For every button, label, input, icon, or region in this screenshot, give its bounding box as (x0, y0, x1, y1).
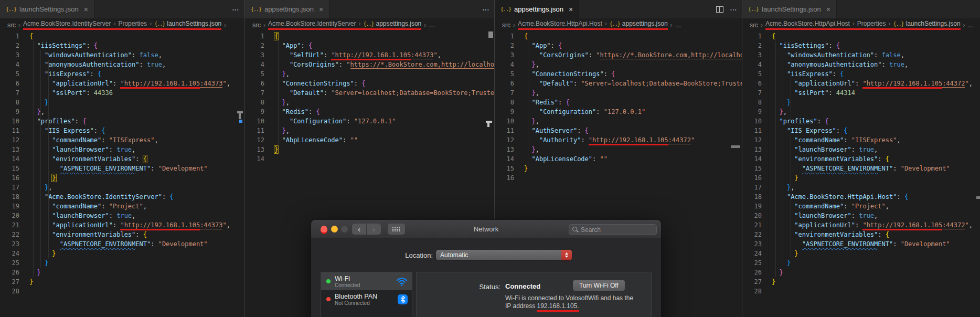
json-braces-icon: {..} (748, 6, 759, 12)
breadcrumb-item[interactable]: src (750, 22, 758, 29)
chevron-right-icon: › (18, 22, 20, 29)
tab-identityserver-launchsettings[interactable]: {..}launchSettings.json× (0, 0, 94, 18)
line-number: 17 (742, 183, 762, 192)
breadcrumb-underlined: Acme.BookStore.HttpApi.Host›{..}appsetti… (518, 20, 668, 30)
line-number: 26 (742, 268, 762, 277)
breadcrumb-file[interactable]: appsettings.json (622, 20, 668, 27)
service-item-wifi[interactable]: Wi-Fi Connected (321, 272, 412, 290)
indent-guide (775, 41, 776, 277)
close-icon[interactable]: × (569, 5, 573, 14)
code-line: 14 "environmentVariables": { (742, 154, 980, 164)
location-value: Automatic (436, 251, 561, 259)
line-number: 25 (742, 258, 762, 268)
code-line: 4 "anonymousAuthentication": true, (0, 60, 244, 69)
more-actions-icon[interactable]: ⋯ (482, 6, 489, 13)
line-number: 9 (742, 107, 762, 117)
breadcrumb-item[interactable]: Acme.BookStore.IdentityServer (268, 20, 356, 27)
line-number: 6 (742, 79, 762, 88)
indent-guide (33, 41, 34, 277)
line-number: 14 (742, 154, 762, 164)
breadcrumb-underlined: Acme.BookStore.IdentityServer›{..}appset… (268, 20, 421, 30)
code-line: 2 "App": { (495, 41, 742, 50)
tab-httpapihost-appsettings[interactable]: {..}appsettings.json× (495, 0, 579, 18)
connection-status-panel: Status: Connected Turn Wi-Fi Off Wi-Fi i… (416, 272, 652, 317)
editor-actions: ⋯ (232, 0, 239, 18)
breadcrumb-item[interactable]: Acme.BookStore.HttpApi.Host (518, 20, 602, 27)
code-line: 9 }, (742, 107, 980, 117)
code-line: 12 "Authority": "http://192.168.1.105:44… (495, 135, 742, 145)
code-line: 7 "Default": "Server=localhost;Database=… (245, 88, 495, 98)
more-actions-icon[interactable]: ⋯ (232, 6, 239, 13)
code-line: 8 } (0, 98, 244, 107)
tab-label: appsettings.json (264, 5, 314, 13)
wifi-icon (396, 277, 408, 286)
overview-ruler-mark (976, 196, 980, 199)
service-item-bluetooth-pan[interactable]: Bluetooth PAN Not Connected (321, 290, 412, 308)
ip-address: 192.168.1.105. (537, 302, 579, 312)
json-braces-icon: {..} (363, 21, 374, 27)
line-number: 19 (742, 202, 762, 211)
tab-bar: {..}launchSettings.json× (742, 0, 980, 18)
indent-guide (278, 41, 279, 145)
breadcrumb-item[interactable]: Acme.BookStore.IdentityServer (23, 20, 111, 27)
close-icon[interactable]: × (84, 5, 88, 14)
code-line: 7 }, (495, 88, 742, 98)
status-dot-red (326, 297, 331, 301)
line-number: 8 (742, 98, 762, 107)
breadcrumb-file[interactable]: launchSettings.json (167, 20, 221, 27)
split-editor-icon[interactable] (716, 6, 723, 13)
code-line: 7 "sslPort": 44314 (742, 88, 980, 98)
screen: {..}launchSettings.json×⋯src›Acme.BookSt… (0, 0, 980, 317)
breadcrumb-more[interactable]: … (968, 22, 974, 29)
code-editor[interactable]: 1{2 "App": {3 "SelfUrl": "http://192.168… (245, 31, 495, 164)
breadcrumb-item[interactable]: src (502, 22, 510, 29)
line-number: 10 (495, 117, 514, 126)
line-number: 7 (495, 88, 514, 98)
breadcrumb-file[interactable]: launchSettings.json (906, 20, 961, 27)
code-line: 16 (495, 173, 742, 183)
tab-httpapihost-launchsettings[interactable]: {..}launchSettings.json× (742, 0, 837, 18)
search-input[interactable]: Search (569, 224, 657, 235)
status-label: Status: (417, 283, 500, 291)
line-number: 12 (245, 135, 264, 145)
code-editor[interactable]: 1{2 "iisSettings": {3 "windowsAuthentica… (0, 31, 244, 296)
line-number: 4 (245, 60, 264, 69)
code-line: 2 "iisSettings": { (742, 41, 980, 50)
tab-bar: {..}appsettings.json×⋯ (245, 0, 495, 18)
breadcrumb-more[interactable]: … (429, 22, 435, 29)
code-line: 3 "windowsAuthentication": false, (0, 50, 244, 60)
code-line: 18 "Acme.BookStore.IdentityServer": { (0, 192, 244, 202)
code-line: 10 "Configuration": "127.0.0.1" (245, 117, 495, 126)
code-line: 16 } (0, 173, 244, 183)
overview-ruler-mark (488, 31, 493, 38)
close-icon[interactable]: × (319, 5, 323, 14)
line-number: 8 (245, 98, 264, 107)
line-number: 3 (495, 50, 514, 60)
line-number: 10 (0, 117, 19, 126)
code-line: 4 "anonymousAuthentication": true, (742, 60, 980, 69)
breadcrumb-file[interactable]: appsettings.json (376, 20, 422, 27)
breadcrumb-item[interactable]: Properties (857, 20, 886, 27)
line-number: 4 (0, 60, 19, 69)
more-actions-icon[interactable]: ⋯ (730, 6, 737, 13)
breadcrumb-item[interactable]: Properties (118, 20, 147, 27)
breadcrumb-item[interactable]: Acme.BookStore.HttpApi.Host (765, 20, 850, 27)
breadcrumb-item[interactable]: src (7, 22, 16, 29)
line-number: 16 (0, 173, 19, 183)
tab-bar: {..}launchSettings.json×⋯ (0, 0, 244, 18)
code-line: 5 "iisExpress": { (742, 69, 980, 79)
chevron-right-icon: › (513, 22, 515, 29)
code-editor[interactable]: 1{2 "App": {3 "CorsOrigins": "https://*.… (495, 31, 742, 183)
tab-identityserver-appsettings[interactable]: {..}appsettings.json× (245, 0, 329, 18)
close-icon[interactable]: × (826, 5, 830, 14)
status-dot-green (326, 279, 331, 283)
breadcrumb-item[interactable]: src (252, 22, 261, 29)
code-editor[interactable]: 1{2 "iisSettings": {3 "windowsAuthentica… (742, 31, 980, 296)
code-line: 21 "applicationUrl": "http://192.168.1.1… (742, 220, 980, 230)
turn-wifi-off-button[interactable]: Turn Wi-Fi Off (573, 280, 625, 291)
breadcrumb-more[interactable]: … (675, 22, 681, 29)
code-line: 23 "ASPNETCORE_ENVIRONMENT": "Developmen… (742, 239, 980, 249)
code-line: 12 "AbpLicenseCode": "" (245, 135, 495, 145)
location-select[interactable]: Automatic (436, 250, 572, 260)
service-name: Bluetooth PAN (335, 293, 393, 300)
